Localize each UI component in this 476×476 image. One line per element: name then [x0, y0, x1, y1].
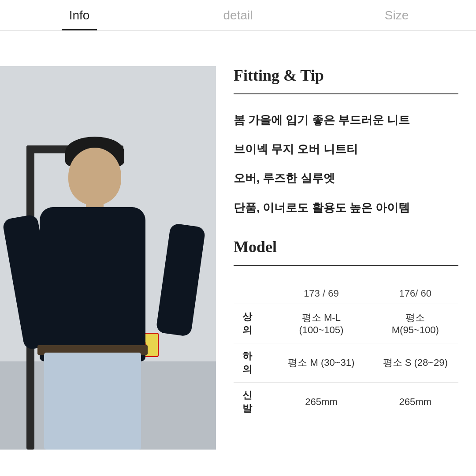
tab-info-label: Info — [69, 8, 90, 22]
col-empty — [234, 283, 270, 304]
tab-info[interactable]: Info — [0, 0, 159, 30]
label-top: 상의 — [234, 304, 270, 343]
model-table: 173 / 69 176/ 60 상의 평소 M-L (100~105) 평소 … — [234, 283, 458, 421]
fitting-section: Fitting & Tip 봄 가을에 입기 좋은 부드러운 니트 브이넥 무지… — [234, 66, 458, 216]
tip-3: 오버, 루즈한 실루엣 — [234, 170, 458, 186]
info-area: Fitting & Tip 봄 가을에 입기 좋은 부드러운 니트 브이넥 무지… — [216, 66, 476, 476]
val-top-1: 평소 M-L (100~105) — [270, 304, 372, 343]
table-row-bottom: 하의 평소 M (30~31) 평소 S (28~29) — [234, 343, 458, 382]
tip-1: 봄 가을에 입기 좋은 부드러운 니트 — [234, 112, 458, 128]
main-content: 계단 Fitting & Tip 봄 가을에 입기 좋 — [0, 31, 476, 476]
model-divider — [234, 265, 458, 266]
model-table-head: 173 / 69 176/ 60 — [234, 283, 458, 304]
col-model1: 173 / 69 — [270, 283, 372, 304]
tab-detail[interactable]: detail — [159, 0, 317, 30]
table-row-top: 상의 평소 M-L (100~105) 평소 M(95~100) — [234, 304, 458, 343]
val-bottom-2: 평소 S (28~29) — [372, 343, 458, 382]
col-model2: 176/ 60 — [372, 283, 458, 304]
product-image: 계단 — [0, 66, 216, 450]
label-shoes: 신발 — [234, 382, 270, 421]
val-bottom-1: 평소 M (30~31) — [270, 343, 372, 382]
tab-detail-label: detail — [223, 8, 253, 22]
model-table-header-row: 173 / 69 176/ 60 — [234, 283, 458, 304]
fitting-title: Fitting & Tip — [234, 66, 458, 85]
label-bottom: 하의 — [234, 343, 270, 382]
tip-2: 브이넥 무지 오버 니트티 — [234, 141, 458, 157]
tip-4: 단품, 이너로도 활용도 높은 아이템 — [234, 200, 458, 216]
val-shoes-2: 265mm — [372, 382, 458, 421]
table-row-shoes: 신발 265mm 265mm — [234, 382, 458, 421]
val-top-2: 평소 M(95~100) — [372, 304, 458, 343]
model-section: Model 173 / 69 176/ 60 상의 평소 M-L (100~10… — [234, 238, 458, 421]
tab-size-label: Size — [385, 8, 409, 22]
tab-size[interactable]: Size — [317, 0, 476, 30]
photo-container: 계단 — [0, 66, 216, 450]
val-shoes-1: 265mm — [270, 382, 372, 421]
person-torso — [40, 207, 145, 361]
model-table-body: 상의 평소 M-L (100~105) 평소 M(95~100) 하의 평소 M… — [234, 304, 458, 421]
person-jeans — [44, 353, 141, 450]
tab-navigation: Info detail Size — [0, 0, 476, 31]
fitting-divider — [234, 93, 458, 94]
model-title: Model — [234, 238, 458, 256]
